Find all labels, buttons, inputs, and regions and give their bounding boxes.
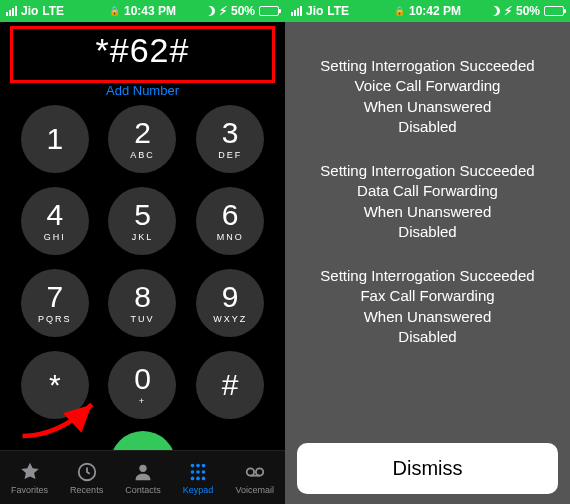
result-group: Setting Interrogation SucceededVoice Cal… (303, 56, 552, 137)
result-line: Setting Interrogation Succeeded (303, 266, 552, 286)
tab-label: Keypad (183, 485, 214, 495)
svg-point-8 (191, 476, 195, 480)
result-text: Setting Interrogation SucceededVoice Cal… (285, 22, 570, 430)
key-letters: MNO (217, 232, 244, 242)
svg-point-9 (196, 476, 200, 480)
tab-keypad[interactable]: Keypad (183, 461, 214, 495)
dialed-number: *#62# (13, 31, 272, 70)
charging-icon: ⚡︎ (504, 4, 512, 18)
network-label: LTE (42, 4, 64, 18)
key-2[interactable]: 2ABC (108, 105, 176, 173)
dial-display-highlight: *#62# Add Number (10, 26, 275, 83)
lock-icon: 🔒 (109, 6, 120, 16)
key-digit: 9 (222, 282, 239, 312)
key-*[interactable]: * (21, 351, 89, 419)
key-letters: DEF (218, 150, 242, 160)
person-icon (132, 461, 154, 483)
svg-point-12 (256, 468, 263, 475)
key-digit: 0 (134, 364, 151, 394)
add-number-link[interactable]: Add Number (13, 83, 272, 98)
svg-point-11 (246, 468, 253, 475)
dismiss-button[interactable]: Dismiss (297, 443, 558, 494)
result-line: Disabled (303, 222, 552, 242)
key-digit: # (222, 370, 239, 400)
clock-label: 10:42 PM (409, 4, 461, 18)
key-letters: GHI (44, 232, 66, 242)
result-line: When Unanswered (303, 97, 552, 117)
tab-recents[interactable]: Recents (70, 461, 103, 495)
key-letters: WXYZ (213, 314, 247, 324)
key-1[interactable]: 1 (21, 105, 89, 173)
voicemail-icon (244, 461, 266, 483)
phone-result-screen: Jio LTE 🔒 10:42 PM ⚡︎ 50% Setting Interr… (285, 0, 570, 504)
tab-voicemail[interactable]: Voicemail (235, 461, 274, 495)
svg-point-2 (191, 463, 195, 467)
svg-point-6 (196, 470, 200, 474)
result-group: Setting Interrogation SucceededFax Call … (303, 266, 552, 347)
tab-bar: Favorites Recents Contacts Keypad Voicem… (0, 450, 285, 504)
keypad-icon (187, 461, 209, 483)
key-0[interactable]: 0+ (108, 351, 176, 419)
lock-icon: 🔒 (394, 6, 405, 16)
svg-point-5 (191, 470, 195, 474)
key-letters: TUV (130, 314, 154, 324)
key-3[interactable]: 3DEF (196, 105, 264, 173)
result-group: Setting Interrogation SucceededData Call… (303, 161, 552, 242)
moon-icon (205, 6, 215, 16)
key-digit: 7 (46, 282, 63, 312)
key-digit: 4 (46, 200, 63, 230)
tab-label: Favorites (11, 485, 48, 495)
battery-pct: 50% (516, 4, 540, 18)
tab-favorites[interactable]: Favorites (11, 461, 48, 495)
result-line: When Unanswered (303, 307, 552, 327)
key-letters: JKL (132, 232, 154, 242)
result-line: Setting Interrogation Succeeded (303, 161, 552, 181)
signal-icon (6, 6, 17, 16)
charging-icon: ⚡︎ (219, 4, 227, 18)
battery-icon (544, 6, 564, 16)
key-#[interactable]: # (196, 351, 264, 419)
result-line: When Unanswered (303, 202, 552, 222)
tab-label: Voicemail (235, 485, 274, 495)
key-7[interactable]: 7PQRS (21, 269, 89, 337)
key-digit: 5 (134, 200, 151, 230)
result-line: Data Call Forwarding (303, 181, 552, 201)
result-line: Disabled (303, 327, 552, 347)
carrier-label: Jio (21, 4, 38, 18)
svg-point-4 (202, 463, 206, 467)
status-bar: Jio LTE 🔒 10:43 PM ⚡︎ 50% (0, 0, 285, 22)
svg-point-7 (202, 470, 206, 474)
result-line: Setting Interrogation Succeeded (303, 56, 552, 76)
status-bar: Jio LTE 🔒 10:42 PM ⚡︎ 50% (285, 0, 570, 22)
moon-icon (490, 6, 500, 16)
tab-contacts[interactable]: Contacts (125, 461, 161, 495)
key-digit: 3 (222, 118, 239, 148)
tab-label: Recents (70, 485, 103, 495)
svg-point-10 (202, 476, 206, 480)
key-5[interactable]: 5JKL (108, 187, 176, 255)
key-8[interactable]: 8TUV (108, 269, 176, 337)
clock-label: 10:43 PM (124, 4, 176, 18)
result-line: Fax Call Forwarding (303, 286, 552, 306)
key-4[interactable]: 4GHI (21, 187, 89, 255)
result-line: Disabled (303, 117, 552, 137)
key-letters: ABC (130, 150, 155, 160)
key-letters: + (139, 396, 146, 406)
key-digit: 2 (134, 118, 151, 148)
key-digit: 8 (134, 282, 151, 312)
key-digit: * (49, 370, 61, 400)
key-9[interactable]: 9WXYZ (196, 269, 264, 337)
phone-dialer-screen: Jio LTE 🔒 10:43 PM ⚡︎ 50% *#62# Add Numb… (0, 0, 285, 504)
key-letters: PQRS (38, 314, 72, 324)
key-digit: 6 (222, 200, 239, 230)
svg-point-1 (139, 464, 146, 471)
battery-pct: 50% (231, 4, 255, 18)
battery-icon (259, 6, 279, 16)
network-label: LTE (327, 4, 349, 18)
signal-icon (291, 6, 302, 16)
star-icon (19, 461, 41, 483)
carrier-label: Jio (306, 4, 323, 18)
svg-point-3 (196, 463, 200, 467)
key-6[interactable]: 6MNO (196, 187, 264, 255)
clock-icon (76, 461, 98, 483)
